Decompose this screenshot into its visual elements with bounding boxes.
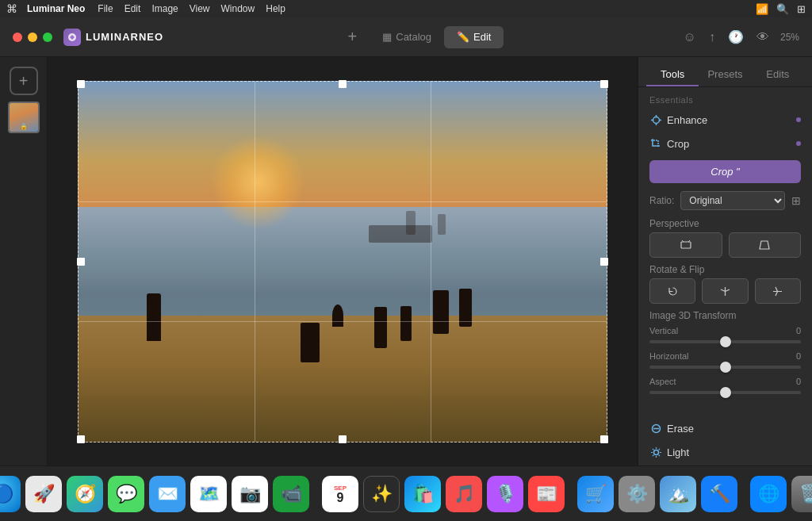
app-logo xyxy=(63,29,81,46)
flip-h-button[interactable] xyxy=(702,278,748,304)
perspective-btn-1[interactable] xyxy=(649,232,722,258)
dock-appstore2[interactable]: 🛒 xyxy=(577,476,614,512)
dock-safari[interactable]: 🧭 xyxy=(67,476,103,512)
vertical-slider-track[interactable] xyxy=(649,340,801,343)
aspect-slider-thumb[interactable] xyxy=(720,387,731,398)
menu-window[interactable]: Window xyxy=(221,3,255,14)
add-image-button[interactable]: + xyxy=(10,67,38,95)
perspective-label: Perspective xyxy=(638,213,812,232)
dock-xcode[interactable]: 🔨 xyxy=(701,476,737,512)
apple-menu[interactable]: ⌘ xyxy=(6,2,17,15)
dock-finder[interactable]: 🔵 xyxy=(0,476,21,512)
vertical-slider-row: Vertical 0 xyxy=(638,324,812,350)
dock-calendar[interactable]: SEP 9 xyxy=(322,476,358,512)
control-center-icon[interactable]: ⊞ xyxy=(797,3,806,15)
photo-container xyxy=(78,81,607,442)
clock-btn[interactable]: 🕐 xyxy=(726,28,745,46)
dock-podcast[interactable]: 🎙️ xyxy=(487,476,523,512)
brand-text: LUMINARNEO xyxy=(86,31,163,43)
dock-messages[interactable]: 💬 xyxy=(108,476,144,512)
menu-help[interactable]: Help xyxy=(266,3,285,14)
crop-dot xyxy=(796,141,801,146)
flip-v-button[interactable] xyxy=(755,278,801,304)
panel-tabs: Tools Presets Edits xyxy=(638,57,812,87)
dock-music[interactable]: 🎵 xyxy=(446,476,482,512)
ratio-aspect-icon[interactable]: ⊞ xyxy=(791,194,801,207)
dock-mountain[interactable]: 🏔️ xyxy=(660,476,696,512)
thumbnail-item[interactable]: 🔒 xyxy=(8,102,40,133)
person-silhouette xyxy=(374,307,387,348)
canvas-area[interactable] xyxy=(48,57,638,465)
person-silhouette xyxy=(433,290,449,334)
dock-trash[interactable]: 🗑️ xyxy=(791,476,812,512)
erase-tool-item[interactable]: Erase xyxy=(638,416,812,440)
traffic-lights xyxy=(13,33,52,42)
maximize-button[interactable] xyxy=(43,33,52,42)
svg-rect-2 xyxy=(681,242,691,248)
export-btn[interactable]: ↑ xyxy=(707,29,717,46)
menu-file[interactable]: File xyxy=(98,3,113,14)
dock-luminar[interactable]: ✨ xyxy=(363,476,400,512)
svg-point-1 xyxy=(653,117,659,123)
main-area: + 🔒 xyxy=(0,57,812,465)
essentials-label: Essentials xyxy=(638,87,812,108)
menu-image[interactable]: Image xyxy=(151,3,178,14)
structure-tool-item[interactable]: Structure xyxy=(638,464,812,465)
erase-label: Erase xyxy=(667,423,801,435)
edit-icon: ✏️ xyxy=(457,31,469,43)
photo-background xyxy=(78,81,607,442)
perspective-btn-2[interactable] xyxy=(729,232,802,258)
light-tool-item[interactable]: Light xyxy=(638,440,812,464)
titlebar: LUMINARNEO + ▦ Catalog ✏️ Edit ☺ ↑ 🕐 👁 2… xyxy=(0,17,812,57)
dock-photos[interactable]: 📷 xyxy=(232,476,268,512)
tab-edits[interactable]: Edits xyxy=(752,63,804,86)
ratio-label: Ratio: xyxy=(649,195,674,206)
dock-launchpad[interactable]: 🚀 xyxy=(25,476,62,512)
enhance-tool-item[interactable]: Enhance xyxy=(638,108,812,132)
dock-mail[interactable]: ✉️ xyxy=(149,476,186,512)
aspect-slider-track[interactable] xyxy=(649,391,801,394)
crop-expanded-panel: Crop " Ratio: Original ⊞ Perspective xyxy=(638,155,812,407)
edit-tab[interactable]: ✏️ Edit xyxy=(444,26,504,48)
add-photo-button[interactable]: + xyxy=(341,26,363,48)
aspect-slider-row: Aspect 0 xyxy=(638,375,812,400)
crop-active-button[interactable]: Crop " xyxy=(649,160,801,183)
menu-view[interactable]: View xyxy=(190,3,210,14)
dock-browser[interactable]: 🌐 xyxy=(750,476,787,512)
minimize-button[interactable] xyxy=(28,33,37,42)
eye-btn[interactable]: 👁 xyxy=(755,29,771,46)
light-icon xyxy=(649,446,662,458)
dock-appstore[interactable]: 🛍️ xyxy=(404,476,441,512)
close-button[interactable] xyxy=(13,33,22,42)
dock-systemprefs[interactable]: ⚙️ xyxy=(619,476,655,512)
buildings xyxy=(369,225,432,243)
rotate-buttons xyxy=(638,278,812,304)
menu-edit[interactable]: Edit xyxy=(124,3,141,14)
sidebar-left: + 🔒 xyxy=(0,57,48,465)
tab-tools[interactable]: Tools xyxy=(646,63,699,86)
ratio-select[interactable]: Original xyxy=(680,191,785,210)
image-3d-label: Image 3D Transform xyxy=(638,304,812,324)
dock-maps[interactable]: 🗺️ xyxy=(190,476,227,512)
person-silhouette xyxy=(301,323,320,362)
horizontal-slider-thumb[interactable] xyxy=(720,362,731,373)
search-icon[interactable]: 🔍 xyxy=(776,3,789,15)
wifi-icon: 📶 xyxy=(756,3,768,15)
tab-presets[interactable]: Presets xyxy=(699,63,751,86)
crop-tool-item[interactable]: Crop xyxy=(638,132,812,155)
horizontal-slider-track[interactable] xyxy=(649,366,801,369)
rotate-ccw-button[interactable] xyxy=(649,278,695,304)
dock-news[interactable]: 📰 xyxy=(528,476,565,512)
app-brand: LUMINARNEO xyxy=(63,29,163,46)
catalog-tab[interactable]: ▦ Catalog xyxy=(370,26,444,48)
vertical-slider-thumb[interactable] xyxy=(720,336,731,347)
person-silhouette xyxy=(400,306,412,341)
building-tall xyxy=(406,211,416,235)
dock: 🔵 🚀 🧭 💬 ✉️ 🗺️ 📷 📹 SEP 9 ✨ 🛍️ 🎵 🎙️ 📰 🛒 ⚙️… xyxy=(0,465,812,521)
app-name[interactable]: Luminar Neo xyxy=(27,3,85,14)
dock-facetime[interactable]: 📹 xyxy=(273,476,309,512)
crop-icon xyxy=(649,137,662,150)
zoom-level: 25% xyxy=(780,32,799,43)
panel-right: Tools Presets Edits Essentials Enhance xyxy=(638,57,812,465)
face-btn[interactable]: ☺ xyxy=(682,29,698,46)
